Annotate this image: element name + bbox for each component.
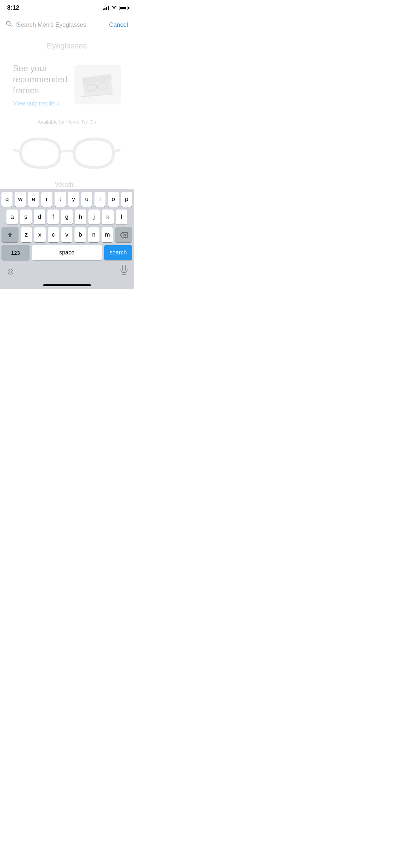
product-name: Weath... — [0, 178, 134, 187]
key-u[interactable]: u — [81, 192, 92, 207]
home-bar — [43, 284, 91, 286]
promo-image — [74, 65, 121, 104]
key-o[interactable]: o — [108, 192, 119, 207]
search-key[interactable]: search — [104, 245, 132, 260]
search-icon — [6, 21, 12, 29]
status-time: 8:12 — [7, 4, 19, 11]
svg-line-1 — [10, 25, 12, 27]
num-key[interactable]: 123 — [1, 245, 30, 260]
key-n[interactable]: n — [88, 227, 99, 242]
keyboard-row-3: z x c v b n m — [0, 227, 134, 242]
key-w[interactable]: w — [15, 192, 26, 207]
wifi-icon — [111, 5, 117, 11]
key-i[interactable]: i — [94, 192, 106, 207]
key-g[interactable]: g — [61, 210, 72, 224]
key-l[interactable]: l — [116, 210, 127, 224]
keyboard: q w e r t y u i o p a s d f g h j k l z … — [0, 189, 134, 289]
shift-key[interactable] — [1, 227, 19, 242]
space-key[interactable]: space — [32, 245, 102, 260]
key-p[interactable]: p — [121, 192, 132, 207]
home-indicator — [0, 281, 134, 289]
key-r[interactable]: r — [41, 192, 52, 207]
key-x[interactable]: x — [34, 227, 46, 242]
key-c[interactable]: c — [48, 227, 59, 242]
search-input[interactable] — [17, 21, 106, 29]
emoji-icon[interactable]: ☺ — [6, 266, 15, 277]
key-s[interactable]: s — [20, 210, 31, 224]
promo-card: See your recommended frames View quiz re… — [6, 57, 128, 113]
key-b[interactable]: b — [74, 227, 86, 242]
search-bar: Cancel — [0, 16, 134, 34]
mic-icon[interactable] — [120, 265, 128, 278]
key-m[interactable]: m — [102, 227, 113, 242]
keyboard-bottom-row: ☺ — [0, 263, 134, 281]
glasses-illustration — [0, 128, 134, 178]
promo-link: View quiz results > — [13, 100, 69, 107]
status-icons — [103, 5, 128, 11]
key-j[interactable]: j — [88, 210, 100, 224]
signal-icon — [103, 6, 109, 10]
backspace-key[interactable] — [115, 227, 132, 242]
battery-icon — [119, 6, 128, 10]
cancel-button[interactable]: Cancel — [109, 21, 128, 29]
keyboard-row-2: a s d f g h j k l — [0, 210, 134, 224]
content-area: Eyeglasses See your recommended frames V… — [0, 34, 134, 187]
keyboard-row-1: q w e r t y u i o p — [0, 192, 134, 207]
cursor — [16, 21, 16, 29]
keyboard-row-4: 123 space search — [0, 245, 134, 260]
svg-line-6 — [97, 87, 97, 87]
key-y[interactable]: y — [68, 192, 79, 207]
search-input-area[interactable] — [16, 21, 106, 29]
key-k[interactable]: k — [102, 210, 113, 224]
key-v[interactable]: v — [61, 227, 73, 242]
key-t[interactable]: t — [55, 192, 66, 207]
status-bar: 8:12 — [0, 0, 134, 16]
key-f[interactable]: f — [47, 210, 59, 224]
category-title: Eyeglasses — [0, 34, 134, 54]
key-z[interactable]: z — [21, 227, 32, 242]
key-e[interactable]: e — [28, 192, 39, 207]
key-q[interactable]: q — [1, 192, 12, 207]
promo-heading: See your recommended frames — [13, 63, 69, 96]
key-h[interactable]: h — [75, 210, 86, 224]
key-a[interactable]: a — [6, 210, 18, 224]
key-d[interactable]: d — [34, 210, 45, 224]
svg-rect-12 — [123, 265, 125, 271]
home-try-on-label: Available for Home Try-On — [0, 115, 134, 128]
